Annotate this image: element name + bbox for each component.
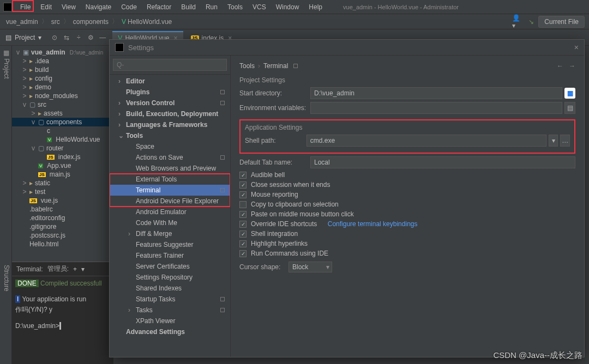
tree-node[interactable]: >▸ config	[12, 74, 113, 83]
settings-side-item[interactable]: ›Diff & Merge	[110, 228, 230, 239]
setting-checkbox[interactable]: Paste on middle mouse button click	[239, 210, 575, 218]
tree-node[interactable]: v▢ components	[12, 118, 113, 126]
settings-side-item[interactable]: ⌄Tools	[110, 130, 230, 141]
menu-navigate[interactable]: Navigate	[82, 2, 115, 12]
select-opened-icon[interactable]: ⊙	[50, 34, 59, 41]
checkbox-icon[interactable]	[239, 181, 247, 189]
settings-side-item[interactable]: Plugins	[110, 87, 230, 98]
crumb-project[interactable]: vue_admin	[4, 18, 40, 26]
setting-checkbox[interactable]: Shell integration	[239, 230, 575, 238]
settings-side-item[interactable]: Android Emulator	[110, 207, 230, 217]
run-config-current-file[interactable]: Current File	[538, 16, 585, 28]
crumb-file[interactable]: VHelloWorld.vue	[120, 18, 173, 26]
terminal-output[interactable]: DONE Compiled successfull I Your applica…	[12, 276, 113, 333]
hide-icon[interactable]: —	[98, 34, 107, 41]
tree-node[interactable]: .babelrc	[12, 205, 113, 214]
setting-checkbox[interactable]: Mouse reporting	[239, 191, 575, 198]
tree-node[interactable]: .postcssrc.js	[12, 231, 113, 240]
menu-help[interactable]: Help	[305, 2, 326, 12]
settings-search-input[interactable]	[113, 59, 227, 71]
settings-side-item[interactable]: Terminal	[110, 185, 230, 196]
checkbox-icon[interactable]	[239, 201, 247, 208]
start-dir-browse-icon[interactable]: ▦	[564, 88, 575, 99]
settings-crumb-tools[interactable]: Tools	[239, 62, 255, 70]
tree-node[interactable]: >▸ assets	[12, 109, 113, 118]
start-dir-input[interactable]	[310, 87, 562, 99]
checkbox-icon[interactable]	[239, 240, 247, 247]
menu-run[interactable]: Run	[202, 2, 221, 12]
crumb-src[interactable]: src	[50, 18, 62, 26]
settings-side-item[interactable]: Space	[110, 141, 230, 152]
settings-side-item[interactable]: ›Tasks	[110, 305, 230, 316]
tree-node[interactable]: >▸ test	[12, 187, 113, 196]
terminal-tab[interactable]: 管理员:	[47, 264, 69, 274]
settings-close-icon[interactable]: ×	[574, 43, 579, 52]
tree-node[interactable]: JS main.js	[12, 170, 113, 179]
settings-side-item[interactable]: External Tools	[110, 174, 230, 185]
setting-checkbox[interactable]: Copy to clipboard on selection	[239, 201, 575, 208]
nav-fwd-icon[interactable]: →	[569, 62, 575, 70]
menu-refactor[interactable]: Refactor	[143, 2, 175, 12]
menu-file[interactable]: File	[16, 2, 34, 12]
tree-node[interactable]: c	[12, 126, 113, 135]
user-icon[interactable]: 👤▾	[512, 17, 522, 27]
menu-tools[interactable]: Tools	[224, 2, 247, 12]
terminal-add-icon[interactable]: +	[73, 265, 77, 273]
tree-node[interactable]: V App.vue	[12, 161, 113, 170]
setting-checkbox[interactable]: Highlight hyperlinks	[239, 240, 575, 247]
settings-side-item[interactable]: Code With Me	[110, 217, 230, 228]
tree-node[interactable]: JS index.js	[12, 153, 113, 161]
tree-node[interactable]: >▸ node_modules	[12, 92, 113, 100]
setting-checkbox[interactable]: Run Commands using IDE	[239, 250, 575, 257]
expand-icon[interactable]: ⇆	[62, 34, 71, 41]
menu-view[interactable]: View	[58, 2, 80, 12]
settings-gear-icon[interactable]: ⚙	[86, 34, 95, 41]
project-tool-label[interactable]: ▤ Project ▾	[0, 34, 47, 41]
settings-side-item[interactable]: ›Build, Execution, Deployment	[110, 108, 230, 119]
crumb-components[interactable]: components	[71, 18, 110, 26]
menu-vcs[interactable]: VCS	[249, 2, 270, 12]
tree-node[interactable]: >▸ .idea	[12, 57, 113, 65]
tree-node[interactable]: Hello.html	[12, 240, 113, 248]
settings-side-item[interactable]: ›Editor	[110, 76, 230, 87]
tree-node[interactable]: .gitignore	[12, 222, 113, 231]
checkbox-icon[interactable]	[239, 250, 247, 257]
checkbox-icon[interactable]	[239, 172, 247, 179]
setting-checkbox[interactable]: Override IDE shortcuts Configure termina…	[239, 220, 575, 228]
settings-side-item[interactable]: XPath Viewer	[110, 316, 230, 326]
keybindings-link[interactable]: Configure terminal keybindings	[328, 220, 418, 228]
settings-side-item[interactable]: Features Trainer	[110, 250, 230, 261]
checkbox-icon[interactable]	[239, 191, 247, 198]
settings-side-item[interactable]: Web Browsers and Preview	[110, 163, 230, 174]
menu-build[interactable]: Build	[177, 2, 200, 12]
settings-side-item[interactable]: Actions on Save	[110, 152, 230, 163]
cursor-shape-select[interactable]: Block	[289, 262, 332, 272]
shell-path-dropdown-icon[interactable]: ▾	[549, 135, 558, 147]
menu-code[interactable]: Code	[117, 2, 141, 12]
tree-node[interactable]: >▸ build	[12, 65, 113, 74]
tree-node[interactable]: JS vue.js	[12, 196, 113, 205]
collapse-icon[interactable]: ÷	[74, 34, 83, 41]
tree-node[interactable]: v▢ router	[12, 144, 113, 153]
default-tab-input[interactable]	[310, 156, 575, 168]
checkbox-icon[interactable]	[239, 211, 247, 218]
structure-tab[interactable]: Structure	[3, 265, 10, 361]
tree-node[interactable]: >▸ demo	[12, 83, 113, 92]
shell-path-browse-icon[interactable]: …	[560, 135, 570, 147]
setting-checkbox[interactable]: Audible bell	[239, 171, 575, 179]
tree-node[interactable]: >▸ static	[12, 179, 113, 187]
settings-side-item[interactable]: Server Certificates	[110, 261, 230, 272]
tree-node[interactable]: .editorconfig	[12, 214, 113, 222]
tree-node[interactable]: v▢ src	[12, 100, 113, 109]
checkbox-icon[interactable]	[239, 221, 247, 228]
settings-side-item[interactable]: Shared Indexes	[110, 283, 230, 294]
settings-side-item[interactable]: ›Version Control	[110, 98, 230, 108]
menu-edit[interactable]: Edit	[37, 2, 56, 12]
checkbox-icon[interactable]	[239, 230, 247, 238]
tree-root[interactable]: v▣ vue_adminD:\vue_admin	[12, 48, 113, 57]
menu-window[interactable]: Window	[272, 2, 303, 12]
env-var-input[interactable]	[310, 102, 562, 114]
settings-side-item[interactable]: Android Device File Explorer	[110, 196, 230, 207]
settings-side-item[interactable]: Advanced Settings	[110, 326, 230, 337]
terminal-dropdown-icon[interactable]: ▾	[81, 265, 85, 273]
